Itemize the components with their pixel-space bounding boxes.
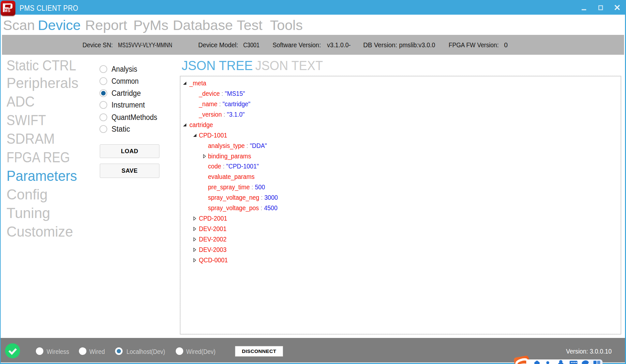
svg-text:MS: MS [4,8,10,13]
